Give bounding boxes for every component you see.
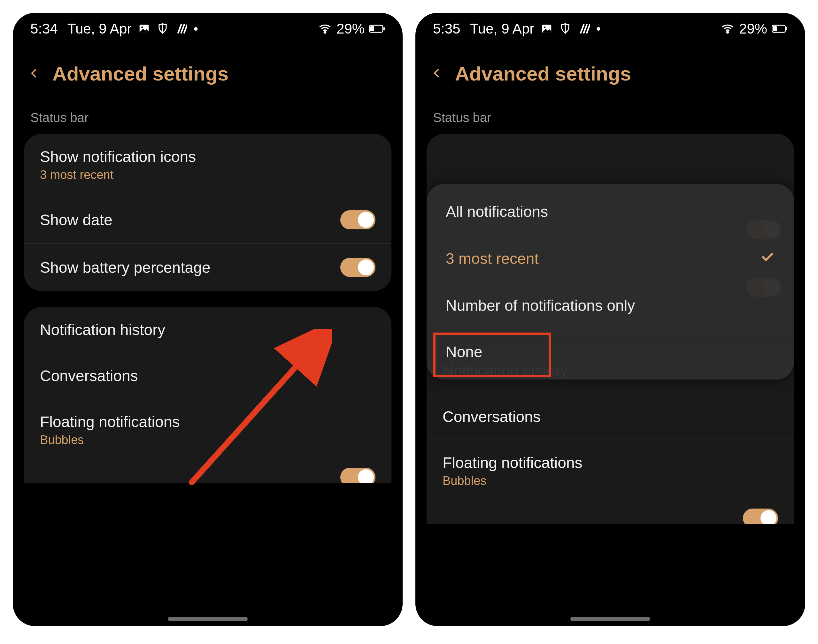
row-floating-notifications[interactable]: Floating notifications Bubbles [24, 399, 391, 461]
image-icon [541, 23, 553, 35]
row-conversations[interactable]: Conversations [427, 394, 794, 440]
page-title: Advanced settings [52, 62, 229, 85]
stripes-icon [175, 23, 187, 35]
phone-left: 5:34 Tue, 9 Apr • 29% Advanced settings … [13, 13, 403, 626]
section-label-status-bar: Status bar [13, 101, 403, 134]
shield-icon [559, 23, 571, 35]
card-status-bar: Show notification icons 3 most recent Sh… [24, 134, 391, 291]
row-partial [24, 461, 391, 483]
page-header: Advanced settings [13, 45, 403, 101]
page-title: Advanced settings [455, 62, 631, 85]
check-icon [760, 249, 775, 268]
option-label: 3 most recent [446, 250, 539, 267]
svg-line-14 [587, 25, 590, 32]
toggle-partial[interactable] [743, 509, 778, 524]
row-title: Notification history [40, 321, 376, 339]
svg-point-5 [324, 31, 325, 33]
row-title: Show notification icons [40, 148, 376, 166]
status-battery-text: 29% [739, 21, 767, 37]
option-all-notifications[interactable]: All notifications [427, 189, 794, 235]
toggle-show-battery-percentage[interactable] [340, 258, 376, 277]
status-time: 5:35 [433, 21, 460, 37]
svg-point-11 [544, 26, 545, 28]
row-show-battery-percentage[interactable]: Show battery percentage [24, 244, 391, 291]
row-title: Show battery percentage [40, 259, 340, 276]
option-label: Number of notifications only [446, 297, 635, 314]
option-number-only[interactable]: Number of notifications only [427, 282, 794, 329]
wifi-icon [318, 22, 332, 36]
option-none[interactable]: None [427, 329, 794, 375]
svg-line-13 [584, 25, 587, 32]
svg-rect-7 [370, 26, 374, 31]
image-icon [138, 23, 150, 35]
status-date: Tue, 9 Apr [68, 21, 132, 37]
row-partial [427, 502, 794, 524]
option-label: None [446, 343, 482, 361]
wifi-icon [721, 22, 735, 36]
stripes-icon [578, 23, 590, 35]
back-button[interactable] [29, 68, 40, 80]
chevron-left-icon [29, 68, 40, 78]
svg-rect-17 [773, 26, 777, 31]
row-show-date[interactable]: Show date [24, 196, 391, 244]
status-bar: 5:34 Tue, 9 Apr • 29% [13, 13, 403, 45]
navigation-bar-pill[interactable] [570, 617, 650, 621]
battery-icon [369, 24, 385, 34]
row-title: Conversations [40, 367, 376, 385]
notification-icons-popup: All notifications 3 most recent Number o… [427, 184, 794, 379]
row-title: Show date [40, 211, 340, 229]
navigation-bar-pill[interactable] [168, 617, 248, 621]
toggle-partial[interactable] [340, 468, 376, 484]
battery-icon [772, 24, 788, 34]
svg-rect-18 [786, 27, 787, 30]
toggle-show-date[interactable] [340, 210, 376, 229]
row-subtitle: 3 most recent [40, 168, 376, 182]
phone-right: 5:35 Tue, 9 Apr • 29% Advanced settings … [415, 13, 805, 626]
svg-line-4 [184, 25, 187, 32]
section-label-status-bar: Status bar [415, 101, 805, 134]
row-notification-history[interactable]: Notification history [24, 307, 391, 353]
row-show-notification-icons[interactable]: Show notification icons 3 most recent [24, 134, 391, 196]
page-header: Advanced settings [415, 45, 805, 101]
svg-line-12 [581, 25, 584, 32]
row-conversations[interactable]: Conversations [24, 353, 391, 399]
row-title: Floating notifications [442, 454, 778, 471]
svg-rect-8 [384, 27, 385, 30]
back-button[interactable] [431, 68, 442, 80]
shield-icon [157, 23, 169, 35]
card-notifications: Notification history Conversations Float… [24, 307, 391, 483]
svg-point-1 [141, 26, 143, 28]
option-3-most-recent[interactable]: 3 most recent [427, 235, 794, 282]
row-subtitle: Bubbles [442, 474, 778, 488]
svg-line-3 [181, 25, 184, 32]
option-label: All notifications [446, 203, 548, 221]
row-title: Conversations [442, 408, 778, 425]
status-bar: 5:35 Tue, 9 Apr • 29% [415, 13, 805, 45]
row-title: Floating notifications [40, 413, 376, 431]
svg-point-15 [727, 31, 728, 33]
row-subtitle: Bubbles [40, 433, 376, 447]
status-date: Tue, 9 Apr [470, 21, 534, 37]
status-time: 5:34 [30, 21, 58, 37]
chevron-left-icon [431, 68, 442, 78]
row-floating-notifications[interactable]: Floating notifications Bubbles [427, 440, 794, 502]
svg-line-2 [178, 25, 181, 32]
status-battery-text: 29% [336, 21, 365, 37]
